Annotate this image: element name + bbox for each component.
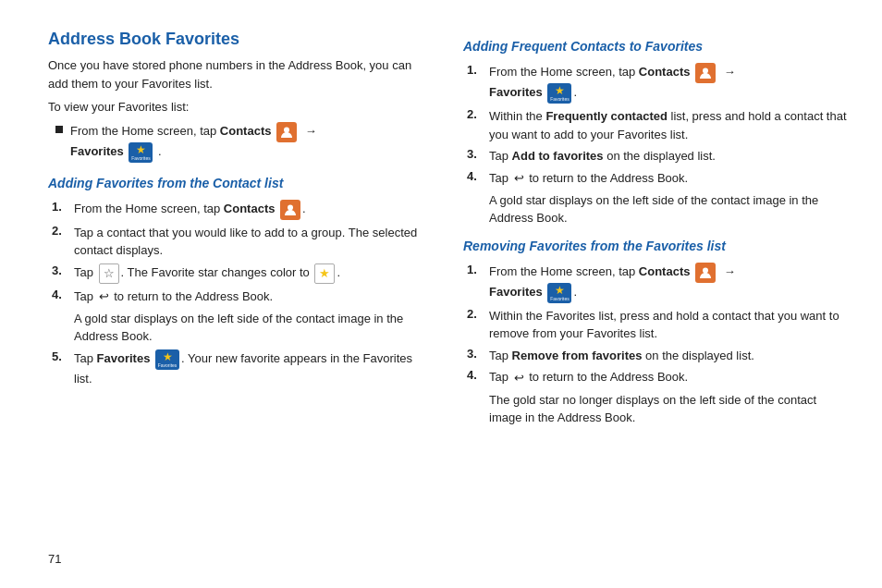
- numbered-list-right-2: 1. From the Home screen, tap Contacts → …: [463, 263, 849, 427]
- left-column: Address Book Favorites Once you have sto…: [48, 30, 434, 562]
- list-item: 3. Tap ☆. The Favorite star changes colo…: [52, 263, 434, 284]
- star-outline-icon: ☆: [99, 263, 119, 284]
- r2-num-4: 4.: [467, 368, 485, 382]
- bullet-favorites-label: Favorites: [70, 144, 124, 158]
- back-icon-r2: ↩: [514, 369, 524, 387]
- r1-item-3: Tap Add to favorites on the displayed li…: [489, 147, 849, 165]
- item-text-3: Tap ☆. The Favorite star changes color t…: [74, 263, 434, 284]
- list-item: 4. Tap ↩ to return to the Address Book.: [52, 288, 434, 306]
- list-item: 5. Tap Favorites ★ Favorites . Your new …: [52, 349, 434, 388]
- list-item: 2. Within the Favorites list, press and …: [467, 307, 849, 343]
- page-title: Address Book Favorites: [48, 30, 434, 49]
- list-item: 3. Tap Add to favorites on the displayed…: [467, 147, 849, 165]
- page-number: 71: [48, 552, 61, 566]
- r1-item-4: Tap ↩ to return to the Address Book.: [489, 169, 849, 188]
- r2-item-3: Tap Remove from favorites on the display…: [489, 347, 849, 365]
- list-item: 4. Tap ↩ to return to the Address Book.: [467, 368, 849, 386]
- favorites-icon-5: ★ Favorites: [155, 349, 179, 370]
- r1-num-3: 3.: [467, 147, 485, 161]
- num-2: 2.: [52, 224, 70, 238]
- favorites-icon-r1: ★ Favorites: [547, 83, 571, 104]
- r2-num-3: 3.: [467, 347, 485, 361]
- r2-num-1: 1.: [467, 263, 485, 276]
- contacts-icon: [276, 122, 297, 142]
- arrow-1: →: [305, 122, 317, 141]
- note-1: A gold star displays on the left side of…: [74, 310, 434, 346]
- numbered-list-right-1: 1. From the Home screen, tap Contacts → …: [463, 63, 849, 227]
- item-text-1: From the Home screen, tap Contacts .: [74, 200, 434, 220]
- contacts-icon-r1: [695, 63, 716, 83]
- svg-point-2: [703, 68, 708, 74]
- r2-num-2: 2.: [467, 307, 485, 321]
- r2-item-2: Within the Favorites list, press and hol…: [489, 307, 849, 343]
- list-item: 1. From the Home screen, tap Contacts → …: [467, 63, 849, 104]
- bullet-period: .: [158, 144, 162, 158]
- num-3: 3.: [52, 263, 70, 277]
- r2-item-1: From the Home screen, tap Contacts → Fav…: [489, 263, 849, 303]
- svg-point-3: [703, 267, 708, 273]
- list-item: 3. Tap Remove from favorites on the disp…: [467, 347, 849, 365]
- num-5: 5.: [52, 349, 70, 363]
- bullet-square: [55, 126, 63, 133]
- favorites-icon-r2: ★ Favorites: [547, 283, 571, 303]
- bullet-item-1: From the Home screen, tap Contacts → Fav…: [48, 122, 434, 163]
- r1-num-2: 2.: [467, 107, 485, 121]
- r1-num-4: 4.: [467, 169, 485, 183]
- num-4: 4.: [52, 288, 70, 301]
- note-r2: The gold star no longer displays on the …: [489, 391, 849, 427]
- list-item: 4. Tap ↩ to return to the Address Book.: [467, 169, 849, 188]
- item-text-2: Tap a contact that you would like to add…: [74, 224, 434, 260]
- bullet-text-1: From the Home screen, tap Contacts → Fav…: [70, 122, 320, 163]
- svg-point-1: [288, 204, 293, 210]
- section3-title: Removing Favorites from the Favorites li…: [463, 239, 849, 253]
- bullet-contacts-label: Contacts: [220, 124, 272, 138]
- contacts-icon-1: [280, 200, 300, 220]
- list-item: 2. Within the Frequently contacted list,…: [467, 107, 849, 143]
- back-icon-r1: ↩: [514, 169, 524, 188]
- r1-num-1: 1.: [467, 63, 485, 77]
- intro-text-2: To view your Favorites list:: [48, 98, 434, 116]
- intro-text-1: Once you have stored phone numbers in th…: [48, 56, 434, 92]
- right-column: Adding Frequent Contacts to Favorites 1.…: [463, 30, 849, 562]
- favorites-icon-bullet: ★ Favorites: [129, 142, 153, 163]
- r2-item-4: Tap ↩ to return to the Address Book.: [489, 368, 849, 386]
- list-item: 1. From the Home screen, tap Contacts .: [52, 200, 434, 220]
- section2-title: Adding Frequent Contacts to Favorites: [463, 39, 849, 54]
- item-text-4: Tap ↩ to return to the Address Book.: [74, 288, 434, 306]
- numbered-list-left: 1. From the Home screen, tap Contacts . …: [48, 200, 434, 392]
- back-icon-1: ↩: [99, 288, 109, 306]
- svg-point-0: [284, 127, 289, 132]
- list-item: 2. Tap a contact that you would like to …: [52, 224, 434, 260]
- section1-title: Adding Favorites from the Contact list: [48, 176, 434, 190]
- star-gold-icon: ★: [314, 263, 335, 284]
- list-item: 1. From the Home screen, tap Contacts → …: [467, 263, 849, 303]
- bullet-pre: From the Home screen, tap: [70, 124, 220, 138]
- num-1: 1.: [52, 200, 70, 214]
- contacts-icon-r2: [695, 263, 716, 283]
- r1-item-1: From the Home screen, tap Contacts → Fav…: [489, 63, 849, 104]
- r1-item-2: Within the Frequently contacted list, pr…: [489, 107, 849, 143]
- item-text-5: Tap Favorites ★ Favorites . Your new fav…: [74, 349, 434, 388]
- note-r1: A gold star displays on the left side of…: [489, 191, 849, 227]
